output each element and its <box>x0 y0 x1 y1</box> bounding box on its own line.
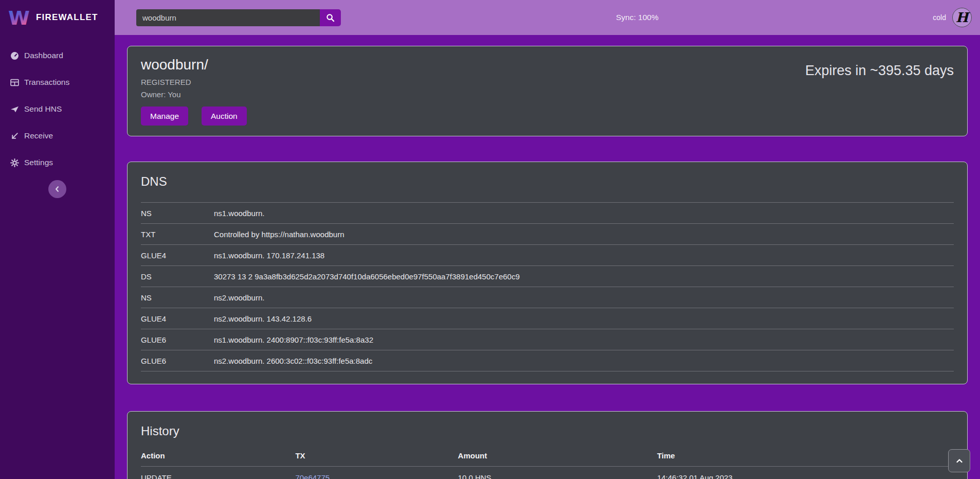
sidebar-item-receive[interactable]: Receive <box>0 122 115 149</box>
receive-arrow-icon <box>10 132 19 140</box>
dns-record-row: GLUE4 ns2.woodburn. 143.42.128.6 <box>141 308 954 329</box>
dns-record-type: GLUE6 <box>141 329 214 350</box>
history-col-amount: Amount <box>458 446 657 466</box>
wallet-widget: cold H <box>933 8 972 27</box>
dns-record-type: GLUE4 <box>141 245 214 266</box>
tx-link[interactable]: 70e64775... <box>295 473 336 479</box>
sidebar-item-label: Send HNS <box>24 104 62 114</box>
sidebar-item-label: Settings <box>24 158 53 167</box>
dns-record-type: NS <box>141 287 214 308</box>
domain-title: woodburn/ <box>141 57 247 73</box>
search-button[interactable] <box>320 9 341 26</box>
domain-actions: Manage Auction <box>141 107 247 126</box>
dns-record-value: ns2.woodburn. <box>214 287 954 308</box>
brand-name: FIREWALLET <box>36 12 98 23</box>
domain-info: woodburn/ REGISTERED Owner: You Manage A… <box>141 57 247 126</box>
dns-record-row: TXT Controlled by https://nathan.woodbur… <box>141 224 954 245</box>
sidebar-item-transactions[interactable]: Transactions <box>0 69 115 96</box>
sidebar-item-label: Receive <box>24 131 53 140</box>
chevron-up-icon <box>955 457 964 465</box>
gear-icon <box>10 158 19 167</box>
sidebar-item-label: Dashboard <box>24 51 63 60</box>
history-title: History <box>141 424 954 438</box>
handshake-logo-icon[interactable]: H <box>952 8 972 27</box>
main-content: woodburn/ REGISTERED Owner: You Manage A… <box>115 35 980 479</box>
dns-record-value: ns1.woodburn. 2400:8907::f03c:93ff:fe5a:… <box>214 329 954 350</box>
sidebar-item-label: Transactions <box>24 78 69 87</box>
search-icon <box>326 13 335 22</box>
dns-record-type: NS <box>141 203 214 224</box>
dns-record-row: NS ns1.woodburn. <box>141 203 954 224</box>
dns-record-value: Controlled by https://nathan.woodburn <box>214 224 954 245</box>
dns-record-row: GLUE6 ns2.woodburn. 2600:3c02::f03c:93ff… <box>141 350 954 371</box>
sidebar-item-dashboard[interactable]: Dashboard <box>0 42 115 69</box>
dns-record-row: DS 30273 13 2 9a3a8fb3d625d2a2073d740f10… <box>141 266 954 287</box>
table-icon <box>10 78 19 87</box>
history-col-tx: TX <box>295 446 458 466</box>
dns-record-value: ns2.woodburn. 143.42.128.6 <box>214 308 954 329</box>
search-input[interactable] <box>136 9 320 26</box>
scroll-to-top-button[interactable] <box>948 449 970 472</box>
dns-record-type: DS <box>141 266 214 287</box>
dns-record-value: 30273 13 2 9a3a8fb3d625d2a2073d740f10da6… <box>214 266 954 287</box>
dns-title: DNS <box>141 174 954 189</box>
domain-card: woodburn/ REGISTERED Owner: You Manage A… <box>127 46 968 136</box>
history-amount: 10.0 HNS <box>458 466 657 479</box>
history-card: History Action TX Amount Time UPDATE 70e… <box>127 411 968 479</box>
dns-record-row: GLUE6 ns1.woodburn. 2400:8907::f03c:93ff… <box>141 329 954 350</box>
history-col-time: Time <box>657 446 954 466</box>
chevron-left-icon <box>53 185 61 193</box>
history-header-row: Action TX Amount Time <box>141 446 954 466</box>
search-group <box>136 9 341 26</box>
dns-record-value: ns1.woodburn. 170.187.241.138 <box>214 245 954 266</box>
topbar: Sync: 100% cold H <box>115 0 980 35</box>
dns-table: NS ns1.woodburn. TXT Controlled by https… <box>141 202 954 371</box>
send-icon <box>10 105 19 114</box>
dns-record-type: GLUE6 <box>141 350 214 371</box>
brand-header[interactable]: W FIREWALLET <box>0 0 115 35</box>
sidebar-item-send-hns[interactable]: Send HNS <box>0 96 115 122</box>
domain-status: REGISTERED <box>141 78 247 86</box>
history-action: UPDATE <box>141 466 295 479</box>
sidebar: W FIREWALLET Dashboard Transact <box>0 0 115 479</box>
svg-text:W: W <box>8 7 30 29</box>
auction-button[interactable]: Auction <box>202 107 247 126</box>
history-time: 14:46:32 01 Aug 2023 <box>657 466 954 479</box>
dns-record-row: GLUE4 ns1.woodburn. 170.187.241.138 <box>141 245 954 266</box>
dns-record-value: ns1.woodburn. <box>214 203 954 224</box>
firewallet-logo-icon: W <box>8 5 30 30</box>
history-table: Action TX Amount Time UPDATE 70e64775...… <box>141 446 954 479</box>
sidebar-collapse-button[interactable] <box>48 180 66 198</box>
history-row: UPDATE 70e64775... 10.0 HNS 14:46:32 01 … <box>141 466 954 479</box>
manage-button[interactable]: Manage <box>141 107 188 126</box>
sidebar-nav: Dashboard Transactions Send HNS <box>0 42 115 176</box>
dns-record-type: TXT <box>141 224 214 245</box>
expires-label: Expires in ~395.35 days <box>805 63 954 126</box>
speedometer-icon <box>10 51 19 60</box>
dns-card: DNS NS ns1.woodburn. TXT Controlled by h… <box>127 162 968 384</box>
wallet-name: cold <box>933 13 946 22</box>
domain-owner: Owner: You <box>141 90 247 99</box>
sidebar-item-settings[interactable]: Settings <box>0 149 115 176</box>
dns-record-type: GLUE4 <box>141 308 214 329</box>
dns-record-row: NS ns2.woodburn. <box>141 287 954 308</box>
sync-status: Sync: 100% <box>616 13 659 22</box>
dns-record-value: ns2.woodburn. 2600:3c02::f03c:93ff:fe5a:… <box>214 350 954 371</box>
history-col-action: Action <box>141 446 295 466</box>
